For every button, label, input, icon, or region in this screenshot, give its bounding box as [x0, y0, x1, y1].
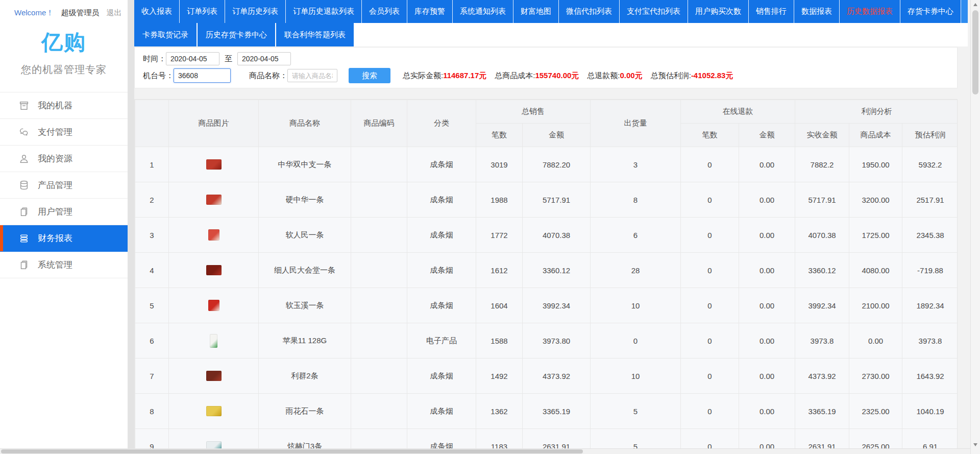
cell-received: 5717.91 [795, 182, 849, 218]
cell-profit: 2517.91 [902, 182, 958, 218]
col-code: 商品编码 [351, 100, 407, 147]
date-to-input[interactable] [237, 52, 291, 65]
col-profit: 预估利润 [902, 124, 958, 147]
cell-name: 软玉溪一条 [259, 288, 351, 323]
date-from-input[interactable] [166, 52, 219, 65]
cell-profit: 2345.38 [902, 218, 958, 253]
cell-refund-count: 0 [681, 147, 739, 182]
nav-tab-2[interactable]: 订单列表 [180, 0, 225, 23]
cell-received: 7882.2 [795, 147, 849, 182]
machine-no-label: 机台号： [143, 71, 174, 81]
nav-tab-11[interactable]: 用户购买次数 [688, 0, 749, 23]
logout-link[interactable]: 退出 [107, 8, 122, 17]
stat-value: -41052.83元 [691, 71, 733, 80]
nav-tab-6[interactable]: 库存预警 [407, 0, 453, 23]
scroll-down-button[interactable] [971, 440, 980, 449]
cell-sales-count: 1612 [476, 253, 523, 288]
cell-sales-amount: 7882.20 [523, 147, 591, 182]
sidebar-item-label: 用户管理 [38, 206, 72, 218]
summary-stat: 总退款额:0.00元 [587, 71, 642, 81]
sidebar-menu: 我的机器支付管理我的资源产品管理用户管理财务报表系统管理 [0, 92, 128, 278]
cell-shipment: 28 [591, 253, 681, 288]
cell-code [351, 323, 407, 359]
cell-code [351, 288, 407, 323]
product-name-input[interactable] [287, 69, 337, 82]
cell-index: 6 [135, 323, 169, 359]
sidebar-item-finance[interactable]: 财务报表 [0, 225, 128, 252]
sidebar-item-products[interactable]: 产品管理 [0, 172, 128, 199]
cell-index: 3 [135, 218, 169, 253]
nav-tab-12[interactable]: 销售排行 [749, 0, 794, 23]
cell-profit: 5932.2 [902, 147, 958, 182]
sidebar-item-system[interactable]: 系统管理 [0, 252, 128, 278]
summary-stats: 总实际金额:114687.17元总商品成本:155740.00元总退款额:0.0… [403, 71, 741, 81]
cell-photo [169, 288, 259, 323]
sidebar-item-label: 产品管理 [38, 179, 72, 191]
cell-name: 雨花石一条 [259, 394, 351, 429]
machine-no-input[interactable] [174, 68, 231, 83]
nav-subtab-1[interactable]: 卡券取货记录 [134, 23, 198, 46]
sidebar-item-payments[interactable]: 支付管理 [0, 119, 128, 146]
cell-shipment: 3 [591, 147, 681, 182]
sidebar-content-divider [128, 0, 134, 454]
cell-index: 8 [135, 394, 169, 429]
cell-cost: 2325.00 [849, 394, 902, 429]
cell-index: 2 [135, 182, 169, 218]
cell-refund-amount: 0.00 [739, 253, 795, 288]
stat-value: 0.00元 [620, 71, 643, 80]
cell-shipment: 5 [591, 394, 681, 429]
product-photo[interactable] [206, 159, 222, 170]
cell-category: 成条烟 [407, 288, 476, 323]
cell-code [351, 147, 407, 182]
nav-tab-1[interactable]: 收入报表 [134, 0, 180, 23]
date-filter-row: 时间： 至 [143, 52, 957, 66]
scroll-up-button[interactable] [971, 0, 980, 9]
scroll-down-icon [973, 443, 977, 446]
sidebar-item-resources[interactable]: 我的资源 [0, 146, 128, 172]
product-photo[interactable] [206, 406, 222, 416]
product-photo[interactable] [206, 195, 222, 205]
nav-subtab-2[interactable]: 历史存货卡券中心 [198, 23, 276, 46]
nav-tab-5[interactable]: 会员列表 [362, 0, 407, 23]
nav-tab-3[interactable]: 订单历史列表 [225, 0, 286, 23]
cell-name: 利群2条 [259, 359, 351, 394]
cell-shipment: 8 [591, 182, 681, 218]
nav-tab-13[interactable]: 数据报表 [794, 0, 840, 23]
cell-cost: 4080.00 [849, 253, 902, 288]
nav-tab-15[interactable]: 存货卡券中心 [900, 0, 961, 23]
nav-tab-14[interactable]: 历史数据报表 [840, 0, 900, 23]
search-button[interactable]: 搜索 [349, 68, 390, 83]
product-photo[interactable] [208, 300, 219, 311]
cell-photo [169, 394, 259, 429]
product-photo[interactable] [206, 265, 222, 275]
nav-tab-7[interactable]: 系统通知列表 [453, 0, 513, 23]
nav-tab-8[interactable]: 财富地图 [513, 0, 559, 23]
v-scroll-thumb[interactable] [972, 10, 978, 94]
nav-tab-10[interactable]: 支付宝代扣列表 [620, 0, 688, 23]
sidebar-item-users[interactable]: 用户管理 [0, 199, 128, 225]
nav-subtab-3[interactable]: 联合利华答题列表 [276, 23, 355, 46]
cell-photo [169, 182, 259, 218]
table-body: 1中华双中支一条成条烟30197882.20300.007882.21950.0… [135, 147, 958, 454]
cell-refund-amount: 0.00 [739, 288, 795, 323]
sidebar-item-machines[interactable]: 我的机器 [0, 92, 128, 119]
sidebar-item-label: 支付管理 [38, 126, 72, 138]
product-photo[interactable] [210, 334, 217, 348]
product-photo[interactable] [208, 229, 219, 241]
cell-index: 5 [135, 288, 169, 323]
cell-received: 3992.34 [795, 288, 849, 323]
cell-name: 细人民大会堂一条 [259, 253, 351, 288]
col-refund-amount: 金额 [739, 124, 795, 147]
nav-tab-9[interactable]: 微信代扣列表 [559, 0, 620, 23]
product-photo[interactable] [206, 371, 222, 381]
cell-sales-amount: 4070.38 [523, 218, 591, 253]
cell-shipment: 0 [591, 323, 681, 359]
cell-sales-count: 1492 [476, 359, 523, 394]
h-scroll-thumb[interactable] [1, 449, 583, 453]
summary-stat: 总商品成本:155740.00元 [495, 71, 579, 81]
top-nav-tabs: 收入报表订单列表订单历史列表订单历史退款列表会员列表库存预警系统通知列表财富地图… [134, 0, 968, 23]
scroll-up-icon [973, 3, 977, 6]
col-group-total-sales: 总销售 [476, 100, 591, 124]
nav-tab-4[interactable]: 订单历史退款列表 [286, 0, 362, 23]
cell-refund-amount: 0.00 [739, 147, 795, 182]
